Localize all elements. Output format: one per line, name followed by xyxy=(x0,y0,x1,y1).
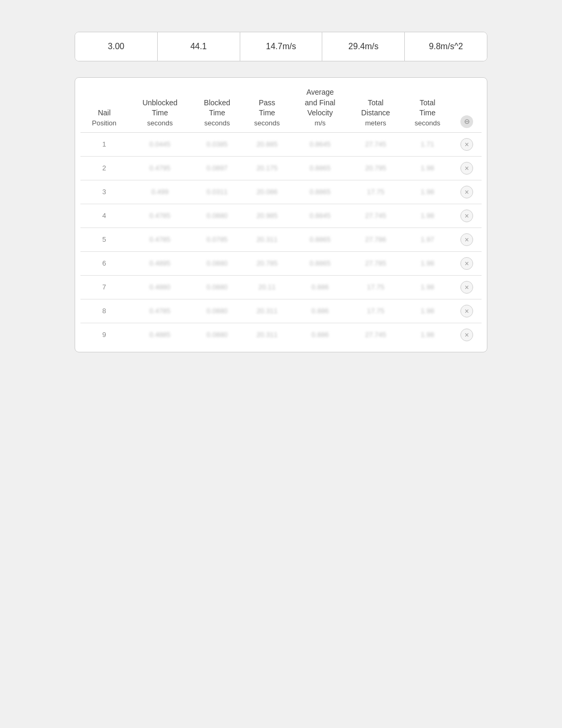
delete-row-button[interactable]: × xyxy=(460,329,473,341)
cell-data[interactable]: 1.98 xyxy=(403,204,452,228)
col-header-nail-position: Nail Position xyxy=(80,83,128,132)
cell-data[interactable]: 1.71 xyxy=(403,132,452,156)
cell-data[interactable]: 1.98 xyxy=(403,275,452,299)
cell-data[interactable]: 0.4885 xyxy=(128,323,192,347)
cell-data[interactable]: 1.98 xyxy=(403,299,452,323)
cell-delete[interactable]: × xyxy=(452,156,482,180)
cell-delete[interactable]: × xyxy=(452,323,482,347)
cell-data[interactable]: 17.75 xyxy=(349,275,403,299)
cell-data[interactable]: 0.0385 xyxy=(192,132,242,156)
delete-row-button[interactable]: × xyxy=(460,257,473,270)
cell-position: 8 xyxy=(80,299,128,323)
table-row: 10.04450.038520.8850.864527.7451.71× xyxy=(80,132,482,156)
top-input-5[interactable]: 9.8m/s^2 xyxy=(405,32,487,61)
cell-data[interactable]: 1.98 xyxy=(403,323,452,347)
cell-data[interactable]: 1.98 xyxy=(403,251,452,275)
delete-row-button[interactable]: × xyxy=(460,138,473,151)
cell-data[interactable]: 0.0880 xyxy=(192,323,242,347)
table-row: 30.4990.031120.0860.886517.751.98× xyxy=(80,180,482,204)
cell-data[interactable]: 0.0311 xyxy=(192,180,242,204)
cell-data[interactable]: 27.745 xyxy=(349,204,403,228)
cell-data[interactable]: 20.985 xyxy=(242,204,292,228)
cell-delete[interactable]: × xyxy=(452,180,482,204)
cell-position: 7 xyxy=(80,275,128,299)
cell-position: 4 xyxy=(80,204,128,228)
col-header-avg-velocity: Average and Final Velocity m/s xyxy=(292,83,348,132)
cell-data[interactable]: 0.8845 xyxy=(292,204,348,228)
cell-data[interactable]: 1.98 xyxy=(403,180,452,204)
delete-row-button[interactable]: × xyxy=(460,162,473,175)
cell-data[interactable]: 0.499 xyxy=(128,180,192,204)
cell-delete[interactable]: × xyxy=(452,275,482,299)
cell-data[interactable]: 0.8865 xyxy=(292,228,348,251)
cell-data[interactable]: 0.0445 xyxy=(128,132,192,156)
data-table: Nail Position Unblocked Time seconds Blo… xyxy=(80,83,482,347)
cell-data[interactable]: 0.886 xyxy=(292,323,348,347)
cell-data[interactable]: 1.97 xyxy=(403,228,452,251)
col-header-blocked-time: Blocked Time seconds xyxy=(192,83,242,132)
cell-data[interactable]: 0.4785 xyxy=(128,228,192,251)
cell-position: 1 xyxy=(80,132,128,156)
cell-data[interactable]: 27.785 xyxy=(349,251,403,275)
cell-data[interactable]: 0.0897 xyxy=(192,156,242,180)
col-header-unblocked-time: Unblocked Time seconds xyxy=(128,83,192,132)
cell-data[interactable]: 20.11 xyxy=(242,275,292,299)
cell-delete[interactable]: × xyxy=(452,228,482,251)
cell-data[interactable]: 20.785 xyxy=(242,251,292,275)
cell-data[interactable]: 0.886 xyxy=(292,275,348,299)
cell-data[interactable]: 20.311 xyxy=(242,299,292,323)
col-header-pass-time: Pass Time seconds xyxy=(242,83,292,132)
cell-data[interactable]: 0.886 xyxy=(292,299,348,323)
cell-data[interactable]: 0.0880 xyxy=(192,299,242,323)
cell-data[interactable]: 1.98 xyxy=(403,156,452,180)
top-inputs-container: 3.00 44.1 14.7m/s 29.4m/s 9.8m/s^2 xyxy=(75,32,487,61)
delete-row-button[interactable]: × xyxy=(460,305,473,317)
cell-data[interactable]: 17.75 xyxy=(349,299,403,323)
cell-data[interactable]: 0.4795 xyxy=(128,156,192,180)
cell-data[interactable]: 0.8865 xyxy=(292,180,348,204)
cell-position: 3 xyxy=(80,180,128,204)
cell-data[interactable]: 20.885 xyxy=(242,132,292,156)
cell-data[interactable]: 0.8645 xyxy=(292,132,348,156)
delete-row-button[interactable]: × xyxy=(460,210,473,222)
top-input-3[interactable]: 14.7m/s xyxy=(240,32,323,61)
cell-data[interactable]: 0.0880 xyxy=(192,204,242,228)
delete-row-button[interactable]: × xyxy=(460,281,473,294)
cell-delete[interactable]: × xyxy=(452,132,482,156)
cell-data[interactable]: 20.311 xyxy=(242,228,292,251)
table-row: 90.48850.088020.3110.88627.7451.98× xyxy=(80,323,482,347)
delete-row-button[interactable]: × xyxy=(460,186,473,198)
col-header-total-time: Total Time seconds xyxy=(403,83,452,132)
cell-data[interactable]: 20.795 xyxy=(349,156,403,180)
cell-delete[interactable]: × xyxy=(452,299,482,323)
cell-position: 9 xyxy=(80,323,128,347)
cell-data[interactable]: 0.4785 xyxy=(128,299,192,323)
cell-delete[interactable]: × xyxy=(452,251,482,275)
cell-data[interactable]: 27.745 xyxy=(349,323,403,347)
cell-data[interactable]: 0.0880 xyxy=(192,251,242,275)
top-input-4[interactable]: 29.4m/s xyxy=(322,32,405,61)
cell-data[interactable]: 0.4785 xyxy=(128,204,192,228)
cell-data[interactable]: 27.786 xyxy=(349,228,403,251)
cell-data[interactable]: 20.311 xyxy=(242,323,292,347)
top-input-1[interactable]: 3.00 xyxy=(75,32,158,61)
cell-data[interactable]: 0.8865 xyxy=(292,251,348,275)
cell-data[interactable]: 17.75 xyxy=(349,180,403,204)
cell-data[interactable]: 0.0880 xyxy=(192,275,242,299)
table-row: 50.47850.078520.3110.886527.7861.97× xyxy=(80,228,482,251)
col-header-action: ⊖ xyxy=(452,83,482,132)
cell-data[interactable]: 0.0785 xyxy=(192,228,242,251)
cell-data[interactable]: 0.4895 xyxy=(128,251,192,275)
top-input-2[interactable]: 44.1 xyxy=(158,32,240,61)
cell-data[interactable]: 0.8865 xyxy=(292,156,348,180)
cell-data[interactable]: 20.086 xyxy=(242,180,292,204)
table-row: 60.48950.088020.7850.886527.7851.98× xyxy=(80,251,482,275)
cell-data[interactable]: 27.745 xyxy=(349,132,403,156)
cell-delete[interactable]: × xyxy=(452,204,482,228)
delete-row-button[interactable]: × xyxy=(460,233,473,246)
table-row: 20.47950.089720.1750.886520.7951.98× xyxy=(80,156,482,180)
header-delete-icon: ⊖ xyxy=(460,115,473,128)
cell-data[interactable]: 20.175 xyxy=(242,156,292,180)
cell-position: 5 xyxy=(80,228,128,251)
cell-data[interactable]: 0.4880 xyxy=(128,275,192,299)
